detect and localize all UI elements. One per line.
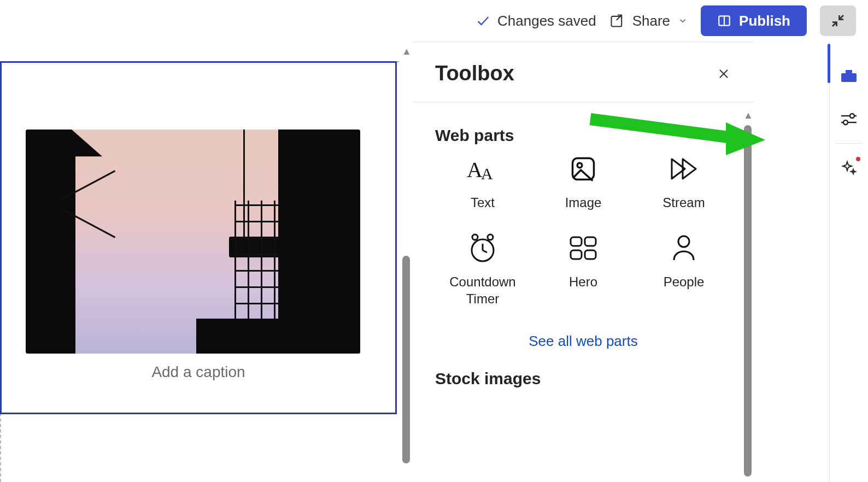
webpart-text[interactable]: AA Text xyxy=(435,154,530,211)
svg-rect-17 xyxy=(585,237,596,246)
collapse-icon xyxy=(830,13,846,29)
webpart-label: Image xyxy=(565,194,602,211)
svg-rect-19 xyxy=(585,250,596,259)
caption-input[interactable]: Add a caption xyxy=(2,363,395,381)
stream-icon xyxy=(668,154,699,184)
svg-rect-16 xyxy=(571,237,582,246)
svg-line-13 xyxy=(483,250,487,252)
rail-settings-button[interactable] xyxy=(830,97,868,141)
sparkle-icon xyxy=(841,160,857,176)
svg-point-20 xyxy=(678,236,689,247)
webpart-label: Hero xyxy=(569,273,597,290)
svg-point-14 xyxy=(472,234,478,240)
section-heading-webparts: Web parts xyxy=(435,126,731,145)
panel-header: Toolbox xyxy=(413,42,753,102)
notification-dot-icon xyxy=(856,157,860,161)
rail-toolbox-button[interactable] xyxy=(830,54,868,97)
scroll-thumb[interactable] xyxy=(744,125,752,477)
selected-webpart[interactable]: Add a caption xyxy=(0,61,397,414)
image-icon xyxy=(569,154,597,184)
toolbox-icon xyxy=(840,67,858,84)
webpart-label: Stream xyxy=(662,194,705,211)
webpart-hero[interactable]: Hero xyxy=(536,233,631,307)
book-icon xyxy=(717,14,731,28)
panel-title: Toolbox xyxy=(435,62,514,85)
top-command-bar: Changes saved Share Publish xyxy=(476,0,868,42)
webpart-stream[interactable]: Stream xyxy=(636,154,731,211)
close-panel-button[interactable] xyxy=(714,67,734,81)
scroll-up-icon[interactable]: ▲ xyxy=(402,46,412,57)
webpart-people[interactable]: People xyxy=(636,233,731,307)
chevron-down-icon xyxy=(678,16,688,26)
toolbox-panel: Toolbox Web parts AA Text xyxy=(413,42,753,482)
publish-button[interactable]: Publish xyxy=(701,5,807,36)
section-heading-stock: Stock images xyxy=(435,369,731,388)
svg-point-26 xyxy=(843,120,848,125)
svg-rect-0 xyxy=(611,16,621,27)
right-rail xyxy=(829,42,868,482)
close-icon xyxy=(717,67,730,80)
webpart-countdown-timer[interactable]: Countdown Timer xyxy=(435,233,530,307)
svg-rect-22 xyxy=(846,70,852,73)
svg-point-8 xyxy=(577,163,582,168)
rail-divider xyxy=(835,143,863,144)
svg-point-15 xyxy=(488,234,493,240)
webpart-label: Countdown Timer xyxy=(435,273,530,307)
rail-ai-button[interactable] xyxy=(830,146,868,190)
svg-text:A: A xyxy=(467,157,483,182)
app-root: Changes saved Share Publish xyxy=(0,0,868,482)
webparts-grid: AA Text Image Stream xyxy=(435,154,731,308)
collapse-pane-button[interactable] xyxy=(820,5,856,36)
people-icon xyxy=(671,233,697,263)
webpart-image[interactable]: Image xyxy=(536,154,631,211)
save-status: Changes saved xyxy=(476,13,596,30)
hero-icon xyxy=(568,233,598,263)
webpart-label: People xyxy=(664,273,705,290)
svg-text:A: A xyxy=(481,164,493,183)
page-canvas[interactable]: Add a caption xyxy=(0,44,399,482)
svg-rect-18 xyxy=(571,250,582,259)
webpart-label: Text xyxy=(471,194,495,211)
svg-rect-21 xyxy=(841,73,857,82)
share-button[interactable]: Share xyxy=(609,13,688,30)
share-icon xyxy=(609,13,625,28)
text-icon: AA xyxy=(467,154,498,184)
scroll-thumb[interactable] xyxy=(402,256,410,463)
canvas-scrollbar[interactable]: ▲ xyxy=(400,42,412,482)
panel-scrollbar[interactable]: ▲ xyxy=(742,107,753,482)
clock-icon xyxy=(468,233,497,263)
checkmark-icon xyxy=(476,13,491,28)
panel-body: Web parts AA Text Image xyxy=(413,107,753,482)
svg-point-24 xyxy=(850,114,854,118)
share-label: Share xyxy=(632,13,670,30)
sliders-icon xyxy=(840,111,858,127)
scroll-up-icon[interactable]: ▲ xyxy=(743,110,753,121)
save-status-text: Changes saved xyxy=(497,13,596,30)
see-all-webparts-link[interactable]: See all web parts xyxy=(435,333,731,350)
content-image[interactable] xyxy=(26,130,360,354)
publish-label: Publish xyxy=(739,13,790,30)
